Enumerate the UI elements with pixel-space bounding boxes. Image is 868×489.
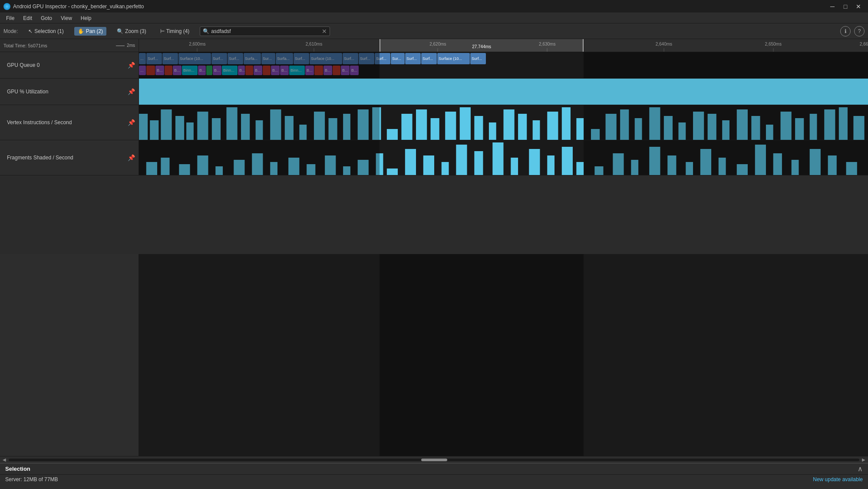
gpu-chip[interactable]: Surf...: [211, 53, 227, 64]
bottom-panel-content: Server: 12MB of 77MB New update availabl…: [0, 475, 868, 484]
mode-pan[interactable]: ✋ Pan (2): [74, 27, 106, 36]
gpu-chip[interactable]: B...: [305, 66, 314, 75]
gpu-chip[interactable]: Surface (10...: [310, 53, 342, 64]
gpu-chip[interactable]: [206, 66, 212, 75]
gpu-chip[interactable]: [165, 66, 172, 75]
menu-view[interactable]: View: [56, 13, 76, 23]
track-content-gpu-util[interactable]: [139, 79, 868, 105]
gpu-chip[interactable]: B...: [350, 66, 359, 75]
tick-2610: 2,610ms: [306, 42, 322, 46]
gpu-chip[interactable]: Surf...: [470, 53, 486, 64]
vertex-waveform-svg: [139, 105, 868, 140]
info-button[interactable]: ℹ: [840, 26, 851, 36]
gpu-chip[interactable]: Surf...: [146, 53, 162, 64]
svg-rect-26: [489, 122, 496, 140]
gpu-chip[interactable]: B...: [254, 66, 262, 75]
gpu-chip[interactable]: B...: [155, 66, 164, 75]
pin-fragments[interactable]: 📌: [128, 154, 135, 161]
track-label-fragments: Fragments Shaded / Second 📌: [0, 140, 139, 175]
help-button[interactable]: ?: [854, 26, 865, 36]
gpu-chip[interactable]: Sur...: [261, 53, 275, 64]
gpu-chip[interactable]: Surf...: [359, 53, 374, 64]
scroll-left-button[interactable]: ◀: [0, 456, 9, 463]
gpu-chip[interactable]: B...: [238, 66, 245, 75]
search-input[interactable]: [211, 28, 320, 34]
svg-rect-69: [387, 169, 398, 175]
gpu-chip[interactable]: Surfa...: [276, 53, 293, 64]
menu-file[interactable]: File: [2, 13, 19, 23]
gpu-chip[interactable]: Sur...: [391, 53, 405, 64]
mode-zoom[interactable]: 🔍 Zoom (3): [113, 27, 150, 36]
svg-rect-28: [518, 114, 527, 140]
pin-vertex[interactable]: 📌: [128, 119, 135, 126]
horizontal-scrollbar: ◀ ▶: [0, 456, 868, 463]
gpu-chip[interactable]: Surf...: [162, 53, 178, 64]
gpu-chip[interactable]: Surface (10...: [437, 53, 470, 64]
gpu-chip[interactable]: B...: [280, 66, 289, 75]
gpu-chip[interactable]: Surf...: [405, 53, 421, 64]
pin-gpu-queue[interactable]: 📌: [128, 62, 135, 69]
gpu-chip[interactable]: [333, 66, 340, 75]
maximize-button[interactable]: □: [839, 2, 851, 11]
menu-help[interactable]: Help: [76, 13, 96, 23]
gpu-chip[interactable]: [146, 66, 155, 75]
svg-rect-71: [423, 155, 434, 175]
fragment-waveform-svg: [139, 140, 868, 175]
menu-goto[interactable]: Goto: [36, 13, 56, 23]
gpu-chip[interactable]: B...: [198, 66, 206, 75]
scroll-right-button[interactable]: ▶: [859, 456, 868, 463]
clear-search-button[interactable]: ✕: [322, 28, 327, 35]
svg-rect-22: [431, 118, 439, 140]
util-bar-right: [584, 79, 868, 105]
update-link[interactable]: New update available: [813, 476, 863, 482]
gpu-chip[interactable]: Surface (10...: [178, 53, 211, 64]
gpu-chips-bottom-row: ... B... B... Binn... B... B... Binn... …: [139, 66, 868, 76]
scroll-track[interactable]: [9, 459, 859, 461]
gpu-chip[interactable]: Surf...: [294, 53, 309, 64]
gpu-chip[interactable]: Binn...: [289, 66, 305, 75]
svg-rect-53: [584, 105, 868, 140]
gpu-chip[interactable]: Surf...: [228, 53, 243, 64]
gpu-chip[interactable]: Surf...: [375, 53, 390, 64]
gpu-chip[interactable]: Binn...: [222, 66, 238, 75]
track-rows: GPU Queue 0 📌 ... Surf... Surf... Surfac…: [0, 52, 868, 254]
gpu-chip[interactable]: Surf...: [421, 53, 437, 64]
tick-2650: 2,650ms: [765, 42, 782, 46]
gpu-chip[interactable]: ...: [139, 53, 146, 64]
gpu-chip[interactable]: ...: [139, 66, 146, 75]
gpu-chip[interactable]: [245, 66, 253, 75]
menu-edit[interactable]: Edit: [19, 13, 36, 23]
gpu-chip[interactable]: B...: [173, 66, 182, 75]
search-icon: 🔍: [203, 28, 209, 34]
selection-range: 27.744ms: [380, 39, 584, 52]
pin-gpu-util[interactable]: 📌: [128, 88, 135, 95]
minimize-button[interactable]: ─: [826, 2, 838, 11]
gpu-chip[interactable]: B...: [341, 66, 350, 75]
gpu-chip[interactable]: Binn...: [182, 66, 198, 75]
svg-rect-80: [576, 162, 584, 175]
track-content-vertex[interactable]: [139, 105, 868, 140]
scroll-thumb[interactable]: [421, 459, 447, 461]
title-bar-left: Android GPU Inspector - chonky_bender_vu…: [3, 3, 144, 10]
gpu-chip[interactable]: B...: [271, 66, 280, 75]
gpu-chip[interactable]: [263, 66, 271, 75]
gpu-chip[interactable]: B...: [213, 66, 221, 75]
gpu-chip[interactable]: [314, 66, 323, 75]
collapse-button[interactable]: ∧: [858, 465, 863, 473]
gpu-chip[interactable]: Surfa...: [244, 53, 261, 64]
close-button[interactable]: ✕: [852, 2, 865, 11]
track-content-gpu-queue[interactable]: ... Surf... Surf... Surface (10... Surf.…: [139, 52, 868, 78]
tick-line-2610: [314, 48, 314, 52]
app-icon: [3, 3, 10, 10]
empty-label-area: [0, 254, 139, 456]
track-content-fragments[interactable]: [139, 140, 868, 175]
timeline-ruler[interactable]: 2,600ms 2,610ms 2,620ms 2,630ms 2,640ms …: [139, 39, 868, 52]
toolbar-right: ℹ ?: [840, 26, 865, 36]
mode-selection[interactable]: ↖ Selection (1): [25, 27, 67, 36]
gpu-chip[interactable]: B...: [323, 66, 332, 75]
server-info: Server: 12MB of 77MB: [5, 476, 58, 482]
track-row-fragments: Fragments Shaded / Second 📌: [0, 140, 868, 175]
mode-timing[interactable]: ⊢ Timing (4): [157, 27, 193, 36]
svg-rect-76: [511, 158, 518, 175]
gpu-chip[interactable]: Surf...: [343, 53, 358, 64]
